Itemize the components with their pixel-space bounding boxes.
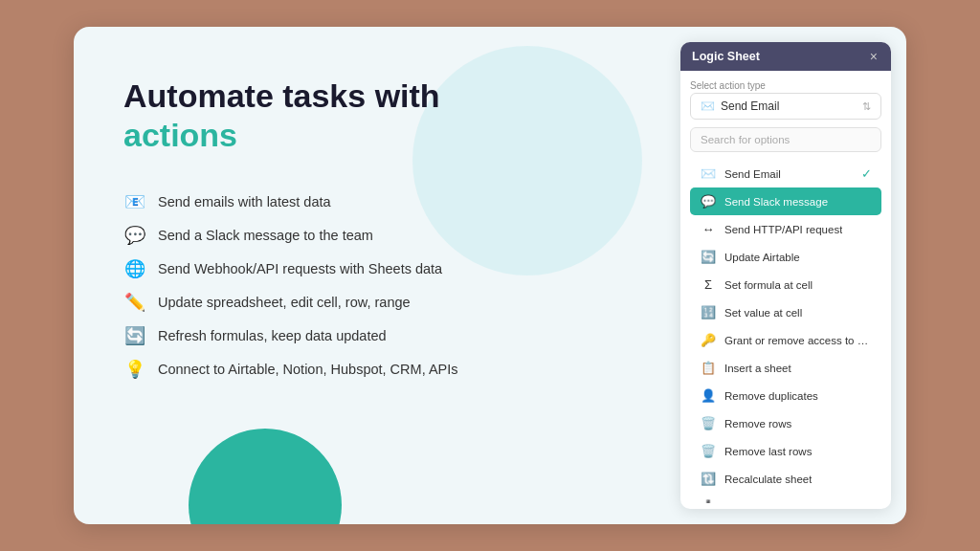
feature-item: 💡Connect to Airtable, Notion, Hubspot, C… <box>123 359 635 380</box>
feature-text: Send Webhook/API requests with Sheets da… <box>158 261 442 276</box>
item-icon: 💬 <box>700 194 717 209</box>
panel-close-button[interactable]: × <box>868 50 880 63</box>
dropdown-item[interactable]: 🔄Update Airtable <box>690 243 881 271</box>
item-label: Set formula at cell <box>724 279 813 291</box>
item-icon: 🔃 <box>700 472 717 486</box>
feature-icon: 🔄 <box>123 325 146 346</box>
item-label: Send HTTP/API request <box>724 224 842 235</box>
item-label: Remove rows <box>724 418 791 430</box>
feature-item: ✏️Update spreadsheet, edit cell, row, ra… <box>123 292 635 313</box>
dropdown-item[interactable]: 🗑️Remove rows <box>690 409 881 437</box>
item-icon: 👤 <box>700 388 717 403</box>
search-options-input[interactable]: Search for options <box>690 127 881 152</box>
feature-icon: 🌐 <box>123 258 146 279</box>
item-label: Send Email <box>724 168 781 180</box>
left-panel: Automate tasks with actions 📧Send emails… <box>74 27 680 524</box>
chevron-icon: ⇅ <box>862 100 871 113</box>
panel-title: Logic Sheet <box>692 50 760 63</box>
feature-item: 📧Send emails with latest data <box>123 191 635 212</box>
dropdown-item[interactable]: 🔢Set value at cell <box>690 298 881 326</box>
dropdown-item[interactable]: ↔️Send HTTP/API request <box>690 215 881 243</box>
item-icon: Σ <box>700 277 717 292</box>
feature-text: Refresh formulas, keep data updated <box>158 328 387 343</box>
dropdown-item[interactable]: ➕Insert a row <box>690 493 881 503</box>
item-icon: ↔️ <box>700 222 717 236</box>
item-label: Grant or remove access to spre... <box>724 335 872 346</box>
item-label: Set value at cell <box>724 307 802 319</box>
check-icon: ✓ <box>861 166 872 181</box>
feature-text: Send emails with latest data <box>158 194 331 209</box>
features-list: 📧Send emails with latest data💬Send a Sla… <box>123 191 635 380</box>
dropdown-item[interactable]: 🔑Grant or remove access to spre... <box>690 326 881 354</box>
item-icon: 🗑️ <box>700 416 717 430</box>
feature-icon: 💡 <box>123 359 146 380</box>
main-card: Automate tasks with actions 📧Send emails… <box>74 27 906 524</box>
item-label: Remove last rows <box>724 446 812 457</box>
email-icon-select: ✉️ <box>701 99 715 113</box>
panel-header: Logic Sheet × <box>680 42 891 71</box>
dropdown-item[interactable]: 📋Insert a sheet <box>690 354 881 382</box>
hero-accent: actions <box>123 117 237 153</box>
dropdown-item[interactable]: 🗑️Remove last rows <box>690 437 881 465</box>
item-icon: ➕ <box>700 499 717 503</box>
feature-icon: 💬 <box>123 225 146 246</box>
dropdown-item[interactable]: ✉️Send Email✓ <box>690 160 881 187</box>
dropdown-item[interactable]: 💬Send Slack message <box>690 187 881 215</box>
feature-item: 💬Send a Slack message to the team <box>123 225 635 246</box>
dropdown-item[interactable]: 🔃Recalculate sheet <box>690 465 881 493</box>
feature-item: 🔄Refresh formulas, keep data updated <box>123 325 635 346</box>
feature-icon: 📧 <box>123 191 146 212</box>
item-icon: 🔢 <box>700 305 717 320</box>
item-icon: ✉️ <box>700 166 717 181</box>
item-icon: 🔑 <box>700 333 717 347</box>
item-label: Insert a sheet <box>724 363 791 374</box>
action-select-left: ✉️ Send Email <box>701 99 779 113</box>
dropdown-item[interactable]: 👤Remove duplicates <box>690 382 881 409</box>
logic-sheet-panel: Logic Sheet × Select action type ✉️ Send… <box>680 42 891 509</box>
feature-text: Connect to Airtable, Notion, Hubspot, CR… <box>158 362 458 377</box>
selected-action-label: Send Email <box>721 99 779 113</box>
item-label: Send Slack message <box>724 196 828 208</box>
item-label: Remove duplicates <box>724 390 818 402</box>
select-label: Select action type <box>690 80 881 91</box>
item-label: Update Airtable <box>724 252 800 263</box>
feature-text: Update spreadsheet, edit cell, row, rang… <box>158 295 411 310</box>
item-icon: 📋 <box>700 361 717 375</box>
feature-text: Send a Slack message to the team <box>158 228 373 243</box>
hero-title-line1: Automate tasks with <box>123 77 440 114</box>
item-icon: 🔄 <box>700 250 717 264</box>
action-type-select[interactable]: ✉️ Send Email ⇅ <box>690 93 881 120</box>
panel-body: Select action type ✉️ Send Email ⇅ Searc… <box>680 71 891 509</box>
item-icon: 🗑️ <box>700 444 717 458</box>
dropdown-list: ✉️Send Email✓💬Send Slack message↔️Send H… <box>690 160 881 503</box>
hero-title: Automate tasks with actions <box>123 77 635 155</box>
item-label: Recalculate sheet <box>724 474 812 485</box>
dropdown-item[interactable]: ΣSet formula at cell <box>690 271 881 298</box>
feature-item: 🌐Send Webhook/API requests with Sheets d… <box>123 258 635 279</box>
item-label: Insert a row <box>724 501 782 504</box>
feature-icon: ✏️ <box>123 292 146 313</box>
